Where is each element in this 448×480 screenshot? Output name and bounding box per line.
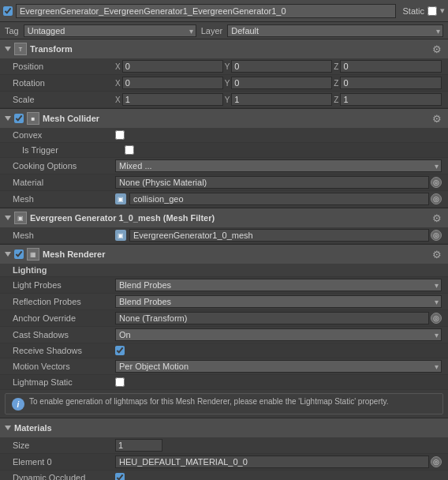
- light-probes-select-wrap[interactable]: Blend Probes: [115, 279, 442, 291]
- reflection-probes-select-wrap[interactable]: Blend Probes: [115, 295, 442, 308]
- rotation-z[interactable]: [340, 77, 442, 89]
- mesh-filter-mesh-value: EvergreenGenerator1_0_mesh: [129, 229, 429, 242]
- mesh-renderer-collapse-icon: [5, 252, 11, 257]
- collider-mesh-icon: ▣: [115, 193, 126, 204]
- materials-size-row: Size: [0, 437, 448, 454]
- lightmap-static-row: Lightmap Static: [0, 375, 448, 390]
- mesh-collider-settings-btn[interactable]: ⚙: [431, 113, 443, 125]
- cooking-options-select[interactable]: Mixed ...: [115, 159, 442, 172]
- position-row: Position X Y Z: [0, 58, 448, 75]
- element0-pick-btn[interactable]: ◎: [431, 456, 442, 467]
- convex-label: Convex: [13, 130, 115, 140]
- is-trigger-row: Is Trigger: [0, 143, 448, 158]
- position-x[interactable]: [122, 60, 223, 73]
- mesh-renderer-settings-btn[interactable]: ⚙: [431, 249, 443, 261]
- motion-vectors-label: Motion Vectors: [13, 362, 115, 371]
- position-label: Position: [13, 62, 115, 71]
- mesh-filter-mesh-icon: ▣: [115, 230, 126, 241]
- dynamic-occluded-row: Dynamic Occluded: [0, 471, 448, 480]
- collider-material-label: Material: [13, 178, 115, 187]
- is-trigger-label: Is Trigger: [22, 145, 125, 155]
- lightmap-info-box: i To enable generation of lightmaps for …: [5, 393, 443, 414]
- tag-select[interactable]: Untagged: [24, 24, 196, 37]
- lighting-group-label: Lighting: [0, 264, 448, 277]
- materials-header[interactable]: Materials: [0, 418, 448, 437]
- rotation-x[interactable]: [122, 77, 223, 89]
- cast-shadows-select[interactable]: On: [115, 328, 442, 341]
- transform-settings-btn[interactable]: ⚙: [431, 43, 443, 55]
- rotation-row: Rotation X Y Z: [0, 75, 448, 92]
- mesh-collider-title: Mesh Collider: [43, 114, 427, 123]
- cooking-options-row: Cooking Options Mixed ...: [0, 158, 448, 174]
- anchor-override-value: None (Transform): [115, 312, 429, 324]
- mesh-filter-header[interactable]: ▣ Evergreen Generator 1_0_mesh (Mesh Fil…: [0, 208, 448, 227]
- cast-shadows-select-wrap[interactable]: On: [115, 328, 442, 341]
- rotation-label: Rotation: [13, 78, 115, 88]
- collider-mesh-row: Mesh ▣ collision_geo ◎: [0, 191, 448, 208]
- transform-icon: T: [14, 43, 27, 55]
- position-y[interactable]: [231, 60, 332, 73]
- convex-checkbox[interactable]: [115, 130, 125, 140]
- collider-mesh-value: collision_geo: [129, 193, 429, 205]
- position-z[interactable]: [340, 60, 442, 73]
- layer-label: Layer: [201, 26, 223, 36]
- obj-active-checkbox[interactable]: [3, 6, 13, 16]
- static-label: Static: [402, 6, 424, 16]
- rotation-y[interactable]: [231, 77, 332, 89]
- reflection-probes-select[interactable]: Blend Probes: [115, 295, 442, 308]
- mesh-collider-props: Convex Is Trigger Cooking Options Mixed …: [0, 128, 448, 208]
- obj-active-wrap[interactable]: [3, 6, 13, 16]
- collider-mesh-pick-btn[interactable]: ◎: [431, 193, 442, 204]
- scale-row: Scale X Y Z: [0, 92, 448, 108]
- mesh-filter-title: Evergreen Generator 1_0_mesh (Mesh Filte…: [30, 213, 427, 223]
- dynamic-occluded-checkbox[interactable]: [115, 473, 125, 480]
- cooking-options-select-wrap[interactable]: Mixed ...: [115, 159, 442, 172]
- collider-material-row: Material None (Physic Material) ◎: [0, 174, 448, 191]
- motion-vectors-select[interactable]: Per Object Motion: [115, 360, 442, 373]
- reflection-probes-row: Reflection Probes Blend Probes: [0, 294, 448, 310]
- cast-shadows-row: Cast Shadows On: [0, 327, 448, 343]
- scale-x[interactable]: [122, 93, 223, 106]
- reflection-probes-label: Reflection Probes: [13, 297, 115, 306]
- object-header: Static ▾: [0, 0, 448, 22]
- mesh-collider-collapse-icon: [5, 116, 11, 121]
- materials-props: Size Element 0 HEU_DEFAULT_MATERIAL_0_0 …: [0, 437, 448, 480]
- materials-component: Materials Size Element 0 HEU_DEFAULT_MAT…: [0, 418, 448, 480]
- mesh-renderer-icon: ▦: [27, 248, 39, 261]
- transform-header[interactable]: T Transform ⚙: [0, 39, 448, 58]
- transform-props: Position X Y Z Rotation X Y Z Scale: [0, 58, 448, 108]
- layer-select-wrap[interactable]: Default: [227, 24, 443, 37]
- rotation-value: X Y Z: [115, 77, 442, 89]
- mesh-renderer-component: ▦ Mesh Renderer ⚙ Lighting Light Probes …: [0, 245, 448, 418]
- mesh-filter-settings-btn[interactable]: ⚙: [431, 212, 443, 224]
- materials-size-input[interactable]: [115, 439, 162, 452]
- obj-name-input[interactable]: [16, 4, 396, 18]
- mesh-collider-active[interactable]: [14, 114, 24, 123]
- scale-z[interactable]: [340, 93, 442, 106]
- anchor-override-label: Anchor Override: [13, 313, 115, 323]
- is-trigger-checkbox[interactable]: [125, 145, 134, 155]
- scale-y[interactable]: [231, 93, 332, 106]
- receive-shadows-label: Receive Shadows: [13, 346, 115, 355]
- tag-layer-row: Tag Untagged Layer Default: [0, 22, 448, 39]
- light-probes-select[interactable]: Blend Probes: [115, 279, 442, 291]
- light-probes-label: Light Probes: [13, 280, 115, 290]
- layer-select[interactable]: Default: [227, 24, 443, 37]
- mesh-collider-header[interactable]: ■ Mesh Collider ⚙: [0, 109, 448, 128]
- element0-label: Element 0: [13, 457, 115, 467]
- static-dropdown-arrow[interactable]: ▾: [440, 6, 445, 16]
- mesh-renderer-active[interactable]: [14, 249, 24, 259]
- mesh-filter-mesh-pick-btn[interactable]: ◎: [431, 230, 442, 241]
- receive-shadows-checkbox[interactable]: [115, 346, 125, 355]
- anchor-override-pick-btn[interactable]: ◎: [431, 313, 442, 324]
- motion-vectors-select-wrap[interactable]: Per Object Motion: [115, 360, 442, 373]
- collider-material-pick-btn[interactable]: ◎: [431, 177, 442, 188]
- static-checkbox[interactable]: [427, 6, 437, 16]
- mesh-filter-mesh-label: Mesh: [13, 231, 115, 240]
- materials-size-label: Size: [13, 441, 115, 450]
- tag-select-wrap[interactable]: Untagged: [24, 24, 196, 37]
- element0-row: Element 0 HEU_DEFAULT_MATERIAL_0_0 ◎: [0, 454, 448, 471]
- collider-material-value: None (Physic Material): [115, 176, 429, 189]
- mesh-renderer-header[interactable]: ▦ Mesh Renderer ⚙: [0, 245, 448, 264]
- lightmap-static-checkbox[interactable]: [115, 377, 125, 387]
